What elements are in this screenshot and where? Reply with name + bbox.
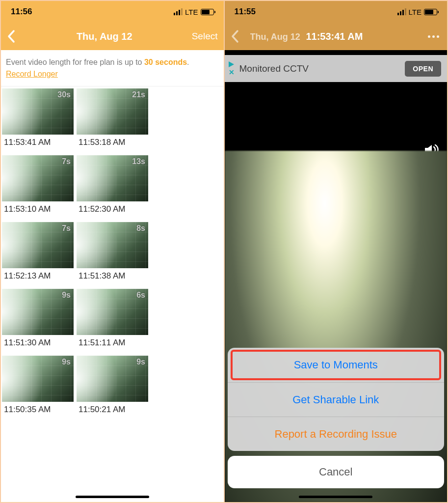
event-duration: 21s — [132, 90, 145, 99]
event-timestamp: 11:53:41 AM — [2, 135, 74, 152]
event-timestamp: 11:51:38 AM — [77, 268, 148, 286]
event-timestamp: 11:53:18 AM — [77, 135, 148, 152]
event-thumbnail: 6s — [77, 289, 148, 335]
event-thumbnail: 30s — [2, 88, 74, 135]
left-phone-frame: 11:56 LTE Thu, Aug 12 Select Event video… — [1, 1, 224, 502]
nav-date: Thu, Aug 12 — [250, 32, 300, 42]
nav-bar: Thu, Aug 12 11:53:41 AM — [225, 23, 448, 50]
event-item[interactable]: 7s11:53:10 AM — [2, 155, 74, 219]
ad-open-button[interactable]: OPEN — [405, 61, 441, 77]
event-thumbnail: 9s — [77, 356, 148, 402]
report-recording-issue-button[interactable]: Report a Recording Issue — [228, 417, 445, 451]
event-duration: 9s — [62, 291, 71, 300]
event-timestamp: 11:51:30 AM — [2, 335, 74, 353]
event-duration: 30s — [57, 90, 71, 99]
status-time: 11:56 — [11, 7, 32, 17]
cellular-signal-icon — [174, 8, 183, 15]
event-timestamp: 11:52:30 AM — [77, 201, 148, 219]
event-thumbnail: 9s — [2, 356, 74, 402]
network-label: LTE — [185, 8, 198, 16]
network-label: LTE — [409, 8, 422, 16]
event-item[interactable]: 21s11:53:18 AM — [77, 88, 148, 152]
banner-text-prefix: Event video length for free plan is up t… — [6, 58, 144, 66]
back-button[interactable] — [7, 29, 26, 43]
event-grid: 30s11:53:41 AM21s11:53:18 AM7s11:53:10 A… — [1, 86, 224, 421]
status-right-cluster: LTE — [174, 8, 213, 16]
event-duration: 6s — [136, 291, 145, 300]
status-right-cluster: LTE — [397, 8, 437, 16]
record-longer-link[interactable]: Record Longer — [6, 69, 58, 80]
ad-banner[interactable]: ✕ Monitored CCTV OPEN — [225, 55, 448, 82]
banner-text-suffix: . — [187, 58, 189, 66]
cancel-button[interactable]: Cancel — [228, 456, 445, 488]
event-timestamp: 11:53:10 AM — [2, 201, 74, 219]
event-thumbnail: 21s — [77, 88, 148, 135]
event-item[interactable]: 9s11:50:35 AM — [2, 356, 74, 419]
nav-bar: Thu, Aug 12 Select — [1, 23, 224, 50]
event-item[interactable]: 30s11:53:41 AM — [2, 88, 74, 152]
save-to-moments-button[interactable]: Save to Moments — [228, 348, 445, 382]
event-duration: 9s — [136, 358, 145, 366]
event-duration: 13s — [132, 157, 145, 166]
event-thumbnail: 7s — [2, 222, 74, 268]
nav-timestamp: 11:53:41 AM — [306, 31, 363, 42]
home-indicator[interactable] — [299, 496, 372, 498]
event-thumbnail: 8s — [77, 222, 148, 268]
event-item[interactable]: 7s11:52:13 AM — [2, 222, 74, 286]
select-button[interactable]: Select — [183, 31, 218, 42]
event-thumbnail: 13s — [77, 155, 148, 201]
event-duration: 8s — [136, 224, 145, 233]
event-item[interactable]: 13s11:52:30 AM — [77, 155, 148, 219]
event-item[interactable]: 6s11:51:11 AM — [77, 289, 148, 353]
event-item[interactable]: 9s11:51:30 AM — [2, 289, 74, 353]
save-to-moments-label: Save to Moments — [294, 359, 378, 371]
event-timestamp: 11:50:21 AM — [77, 402, 148, 419]
battery-icon — [424, 9, 437, 15]
event-item[interactable]: 9s11:50:21 AM — [77, 356, 148, 419]
home-indicator[interactable] — [76, 496, 149, 498]
event-timestamp: 11:50:35 AM — [2, 402, 74, 419]
event-item[interactable]: 8s11:51:38 AM — [77, 222, 148, 286]
nav-title: Thu, Aug 12 — [26, 31, 183, 42]
plan-banner: Event video length for free plan is up t… — [1, 50, 224, 86]
status-time: 11:55 — [235, 7, 256, 17]
event-duration: 9s — [62, 358, 71, 366]
event-thumbnail: 9s — [2, 289, 74, 335]
right-phone-frame: 11:55 LTE Thu, Aug 12 11:53:41 AM ✕ Moni… — [225, 1, 448, 502]
event-timestamp: 11:51:11 AM — [77, 335, 148, 353]
ad-text: Monitored CCTV — [239, 63, 400, 74]
event-duration: 7s — [62, 157, 71, 166]
banner-highlight: 30 seconds — [144, 58, 187, 66]
event-duration: 7s — [62, 224, 71, 233]
event-timestamp: 11:52:13 AM — [2, 268, 74, 286]
status-bar: 11:56 LTE — [1, 1, 224, 23]
action-sheet: Save to Moments Get Sharable Link Report… — [225, 348, 448, 502]
more-button[interactable] — [426, 35, 441, 38]
status-bar: 11:55 LTE — [225, 1, 448, 23]
battery-icon — [201, 9, 214, 15]
action-sheet-options: Save to Moments Get Sharable Link Report… — [228, 348, 445, 451]
back-button[interactable] — [231, 29, 250, 43]
get-sharable-link-button[interactable]: Get Sharable Link — [228, 382, 445, 417]
event-thumbnail: 7s — [2, 155, 74, 201]
adchoices-icon[interactable]: ✕ — [229, 61, 235, 76]
cellular-signal-icon — [397, 8, 406, 15]
